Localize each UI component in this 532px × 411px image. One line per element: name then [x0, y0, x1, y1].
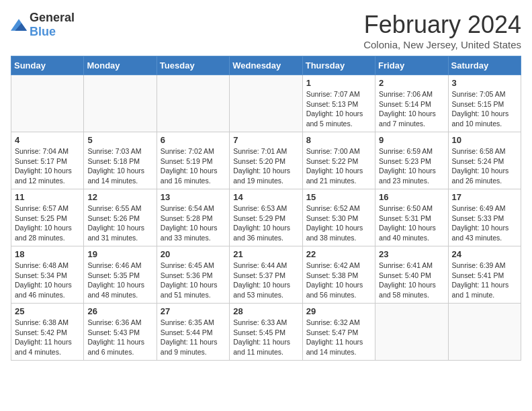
day-info: Sunrise: 6:53 AM Sunset: 5:29 PM Dayligh…: [233, 203, 298, 243]
calendar-cell: 10Sunrise: 6:58 AM Sunset: 5:24 PM Dayli…: [448, 132, 521, 189]
day-info: Sunrise: 6:50 AM Sunset: 5:31 PM Dayligh…: [379, 203, 444, 243]
day-info: Sunrise: 6:55 AM Sunset: 5:26 PM Dayligh…: [87, 203, 152, 243]
day-number: 5: [87, 135, 152, 145]
day-info: Sunrise: 7:06 AM Sunset: 5:14 PM Dayligh…: [379, 89, 444, 129]
calendar-cell: 12Sunrise: 6:55 AM Sunset: 5:26 PM Dayli…: [84, 189, 157, 246]
day-info: Sunrise: 7:03 AM Sunset: 5:18 PM Dayligh…: [87, 146, 152, 186]
day-info: Sunrise: 6:54 AM Sunset: 5:28 PM Dayligh…: [161, 203, 226, 243]
week-row-0: 1Sunrise: 7:07 AM Sunset: 5:13 PM Daylig…: [11, 75, 521, 132]
calendar-cell: 28Sunrise: 6:33 AM Sunset: 5:45 PM Dayli…: [230, 304, 302, 361]
header-tuesday: Tuesday: [157, 56, 229, 75]
day-info: Sunrise: 6:44 AM Sunset: 5:37 PM Dayligh…: [233, 261, 298, 300]
day-number: 9: [379, 135, 444, 145]
day-number: 15: [306, 192, 371, 202]
calendar-cell: 18Sunrise: 6:48 AM Sunset: 5:34 PM Dayli…: [11, 246, 84, 304]
week-row-1: 4Sunrise: 7:04 AM Sunset: 5:17 PM Daylig…: [11, 132, 521, 189]
day-info: Sunrise: 6:46 AM Sunset: 5:35 PM Dayligh…: [87, 261, 152, 300]
day-info: Sunrise: 6:48 AM Sunset: 5:34 PM Dayligh…: [15, 261, 80, 300]
calendar-cell: 13Sunrise: 6:54 AM Sunset: 5:28 PM Dayli…: [157, 189, 229, 246]
day-info: Sunrise: 6:32 AM Sunset: 5:47 PM Dayligh…: [306, 318, 371, 357]
week-row-3: 18Sunrise: 6:48 AM Sunset: 5:34 PM Dayli…: [11, 246, 521, 304]
calendar-cell: [157, 75, 229, 132]
day-number: 24: [452, 249, 517, 259]
day-number: 18: [15, 249, 80, 259]
title-block: February 2024 Colonia, New Jersey, Unite…: [363, 11, 521, 50]
calendar-cell: 8Sunrise: 7:00 AM Sunset: 5:22 PM Daylig…: [302, 132, 375, 189]
day-info: Sunrise: 6:49 AM Sunset: 5:33 PM Dayligh…: [452, 203, 517, 243]
header-friday: Friday: [375, 56, 448, 75]
day-number: 11: [15, 192, 80, 202]
header: General Blue February 2024 Colonia, New …: [11, 11, 521, 50]
logo-blue: Blue: [30, 25, 56, 38]
calendar-cell: 24Sunrise: 6:39 AM Sunset: 5:41 PM Dayli…: [448, 246, 521, 304]
day-number: 7: [233, 135, 298, 145]
logo: General Blue: [11, 11, 75, 39]
calendar-cell: 23Sunrise: 6:41 AM Sunset: 5:40 PM Dayli…: [375, 246, 448, 304]
calendar-table: SundayMondayTuesdayWednesdayThursdayFrid…: [11, 56, 521, 361]
location-title: Colonia, New Jersey, United States: [363, 39, 521, 50]
calendar-cell: 15Sunrise: 6:52 AM Sunset: 5:30 PM Dayli…: [302, 189, 375, 246]
calendar-cell: [11, 75, 84, 132]
day-number: 19: [87, 249, 152, 259]
day-number: 20: [161, 249, 226, 259]
day-info: Sunrise: 6:57 AM Sunset: 5:25 PM Dayligh…: [15, 203, 80, 243]
day-number: 4: [15, 135, 80, 145]
day-info: Sunrise: 7:07 AM Sunset: 5:13 PM Dayligh…: [306, 89, 371, 129]
calendar-cell: 17Sunrise: 6:49 AM Sunset: 5:33 PM Dayli…: [448, 189, 521, 246]
day-info: Sunrise: 6:58 AM Sunset: 5:24 PM Dayligh…: [452, 146, 517, 186]
calendar-cell: 14Sunrise: 6:53 AM Sunset: 5:29 PM Dayli…: [230, 189, 302, 246]
header-wednesday: Wednesday: [230, 56, 302, 75]
calendar-header-row: SundayMondayTuesdayWednesdayThursdayFrid…: [11, 56, 521, 75]
calendar-cell: [375, 304, 448, 361]
day-number: 29: [306, 306, 371, 316]
day-info: Sunrise: 6:52 AM Sunset: 5:30 PM Dayligh…: [306, 203, 371, 243]
header-thursday: Thursday: [302, 56, 375, 75]
day-number: 16: [379, 192, 444, 202]
calendar-cell: 11Sunrise: 6:57 AM Sunset: 5:25 PM Dayli…: [11, 189, 84, 246]
calendar-cell: 27Sunrise: 6:35 AM Sunset: 5:44 PM Dayli…: [157, 304, 229, 361]
day-number: 28: [233, 306, 298, 316]
day-info: Sunrise: 6:59 AM Sunset: 5:23 PM Dayligh…: [379, 146, 444, 186]
week-row-2: 11Sunrise: 6:57 AM Sunset: 5:25 PM Dayli…: [11, 189, 521, 246]
day-number: 1: [306, 78, 371, 88]
day-info: Sunrise: 6:45 AM Sunset: 5:36 PM Dayligh…: [161, 261, 226, 300]
calendar-cell: 4Sunrise: 7:04 AM Sunset: 5:17 PM Daylig…: [11, 132, 84, 189]
calendar-cell: 19Sunrise: 6:46 AM Sunset: 5:35 PM Dayli…: [84, 246, 157, 304]
day-info: Sunrise: 6:36 AM Sunset: 5:43 PM Dayligh…: [87, 318, 152, 357]
calendar-cell: 25Sunrise: 6:38 AM Sunset: 5:42 PM Dayli…: [11, 304, 84, 361]
calendar-cell: [230, 75, 302, 132]
week-row-4: 25Sunrise: 6:38 AM Sunset: 5:42 PM Dayli…: [11, 304, 521, 361]
day-number: 14: [233, 192, 298, 202]
calendar-cell: 7Sunrise: 7:01 AM Sunset: 5:20 PM Daylig…: [230, 132, 302, 189]
day-info: Sunrise: 7:02 AM Sunset: 5:19 PM Dayligh…: [161, 146, 226, 186]
day-number: 8: [306, 135, 371, 145]
header-sunday: Sunday: [11, 56, 84, 75]
calendar-cell: [84, 75, 157, 132]
day-info: Sunrise: 6:42 AM Sunset: 5:38 PM Dayligh…: [306, 261, 371, 300]
day-number: 22: [306, 249, 371, 259]
calendar-cell: 9Sunrise: 6:59 AM Sunset: 5:23 PM Daylig…: [375, 132, 448, 189]
day-number: 27: [161, 306, 226, 316]
calendar-cell: 6Sunrise: 7:02 AM Sunset: 5:19 PM Daylig…: [157, 132, 229, 189]
header-saturday: Saturday: [448, 56, 521, 75]
day-info: Sunrise: 7:04 AM Sunset: 5:17 PM Dayligh…: [15, 146, 80, 186]
day-number: 26: [87, 306, 152, 316]
calendar-cell: 2Sunrise: 7:06 AM Sunset: 5:14 PM Daylig…: [375, 75, 448, 132]
logo-general: General: [30, 11, 75, 24]
header-monday: Monday: [84, 56, 157, 75]
calendar-cell: 29Sunrise: 6:32 AM Sunset: 5:47 PM Dayli…: [302, 304, 375, 361]
calendar-cell: 26Sunrise: 6:36 AM Sunset: 5:43 PM Dayli…: [84, 304, 157, 361]
day-info: Sunrise: 6:35 AM Sunset: 5:44 PM Dayligh…: [161, 318, 226, 357]
calendar-cell: 20Sunrise: 6:45 AM Sunset: 5:36 PM Dayli…: [157, 246, 229, 304]
day-number: 6: [161, 135, 226, 145]
calendar-cell: 5Sunrise: 7:03 AM Sunset: 5:18 PM Daylig…: [84, 132, 157, 189]
day-number: 2: [379, 78, 444, 88]
calendar-cell: 1Sunrise: 7:07 AM Sunset: 5:13 PM Daylig…: [302, 75, 375, 132]
logo-icon: [11, 19, 27, 31]
month-title: February 2024: [363, 11, 521, 39]
day-number: 12: [87, 192, 152, 202]
day-number: 3: [452, 78, 517, 88]
day-number: 25: [15, 306, 80, 316]
logo-text: General Blue: [30, 11, 75, 39]
day-info: Sunrise: 6:39 AM Sunset: 5:41 PM Dayligh…: [452, 261, 517, 300]
